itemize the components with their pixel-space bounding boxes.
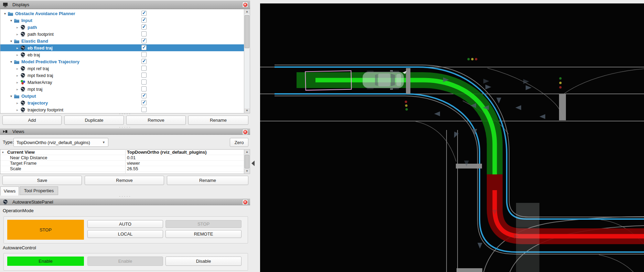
checkbox[interactable]	[141, 38, 147, 43]
render-view[interactable]	[260, 3, 644, 272]
tree-row[interactable]: Elastic Band	[0, 37, 244, 44]
tree-row[interactable]: mpt fixed traj	[0, 72, 244, 79]
splitter-handle[interactable]	[0, 126, 250, 128]
expander-icon[interactable]	[9, 94, 14, 98]
tree-row[interactable]: trajectory footprint	[0, 106, 244, 113]
property-row[interactable]: Near Clip Distance 0.01	[0, 155, 244, 161]
checkbox[interactable]	[141, 31, 147, 36]
expander-icon[interactable]: ▾	[2, 151, 4, 154]
tree-row[interactable]: mpt traj	[0, 86, 244, 93]
folder-icon	[14, 39, 20, 44]
expander-icon[interactable]	[15, 74, 20, 77]
rename-display-button[interactable]: Rename	[188, 116, 248, 125]
expander-icon[interactable]	[15, 108, 20, 112]
tree-row[interactable]: MarkerArray	[0, 79, 244, 86]
checkbox[interactable]	[141, 45, 147, 50]
add-display-button[interactable]: Add	[2, 116, 62, 125]
ego-vehicle	[363, 70, 407, 90]
tree-row[interactable]: Output	[0, 93, 244, 99]
scroll-down-icon[interactable]: ▼	[244, 169, 250, 174]
tab-views[interactable]: Views	[0, 186, 19, 196]
expander-icon[interactable]	[15, 101, 20, 105]
view-type-value: TopDownOrtho (rviz_default_plugins)	[17, 140, 90, 145]
disable-button[interactable]: Disable	[165, 257, 242, 266]
checkbox[interactable]	[141, 66, 147, 71]
panel-collapse-arrow-icon[interactable]	[251, 161, 255, 166]
checkbox[interactable]	[141, 59, 147, 64]
property-row[interactable]: ▾ Current View TopDownOrtho (rviz_defaul…	[0, 150, 244, 155]
local-button[interactable]: LOCAL	[87, 230, 163, 238]
scroll-up-icon[interactable]: ▲	[244, 9, 250, 14]
checkbox[interactable]	[141, 18, 147, 23]
checkbox[interactable]	[141, 24, 147, 30]
tab-tool-properties[interactable]: Tool Properties	[20, 186, 58, 195]
checkbox[interactable]	[141, 79, 147, 85]
remove-display-button[interactable]: Remove	[126, 116, 186, 125]
splitter-handle[interactable]	[0, 195, 250, 197]
folder-icon	[14, 59, 20, 64]
scrollbar-thumb[interactable]	[245, 155, 249, 168]
state-panel-titlebar[interactable]: AutowareStatePanel ✕	[0, 198, 250, 205]
expander-icon[interactable]	[15, 80, 20, 84]
property-row[interactable]: Scale 26.55	[0, 166, 244, 172]
expander-icon[interactable]	[15, 53, 20, 57]
property-value[interactable]: viewer	[127, 161, 140, 166]
tree-row[interactable]: Obstacle Avoidance Planner	[0, 10, 244, 17]
checkbox[interactable]	[141, 93, 147, 98]
tree-row-label: Output	[21, 94, 36, 99]
tree-row[interactable]: trajectory	[0, 99, 244, 106]
remove-view-button[interactable]: Remove	[85, 176, 164, 185]
duplicate-display-button[interactable]: Duplicate	[64, 116, 124, 125]
save-view-button[interactable]: Save	[2, 176, 82, 185]
view-type-combobox[interactable]: TopDownOrtho (rviz_default_plugins) ▼	[13, 138, 108, 147]
views-close-button[interactable]: ✕	[242, 129, 248, 135]
checkbox[interactable]	[141, 100, 147, 105]
views-panel-title: Views	[12, 129, 24, 134]
views-panel-titlebar[interactable]: Views ✕	[0, 128, 250, 135]
rename-view-button[interactable]: Rename	[167, 176, 248, 185]
expander-icon[interactable]	[15, 32, 20, 36]
checkbox[interactable]	[141, 86, 147, 91]
autoware-icon	[2, 199, 8, 205]
tree-row-label: Model Predictive Trajectory	[21, 59, 79, 64]
views-scrollbar[interactable]: ▲ ▼	[244, 149, 250, 174]
tree-row[interactable]: Model Predictive Trajectory	[0, 58, 244, 65]
checkbox[interactable]	[141, 52, 147, 57]
tree-row[interactable]: path	[0, 24, 244, 31]
expander-icon[interactable]	[15, 87, 20, 91]
property-row[interactable]: Target Frame viewer	[0, 161, 244, 166]
expander-icon[interactable]	[9, 39, 14, 43]
scroll-up-icon[interactable]: ▲	[244, 150, 250, 154]
tree-row-label: trajectory	[28, 100, 48, 106]
tree-row-selected[interactable]: eb fixed traj	[0, 44, 244, 51]
enable-button: Enable	[87, 257, 163, 266]
displays-close-button[interactable]: ✕	[242, 2, 248, 8]
expander-icon[interactable]	[9, 60, 14, 64]
property-name: Current View	[0, 150, 35, 155]
expander-icon[interactable]	[15, 67, 20, 70]
expander-icon[interactable]	[15, 25, 20, 29]
state-close-button[interactable]: ✕	[242, 199, 248, 205]
splitter-handle[interactable]	[0, 112, 250, 115]
scrollbar-thumb[interactable]	[245, 15, 249, 48]
tree-row[interactable]: mpt ref traj	[0, 65, 244, 72]
expander-icon[interactable]	[15, 46, 20, 50]
autoware-icon	[20, 73, 26, 78]
displays-scrollbar[interactable]: ▲ ▼	[244, 9, 250, 113]
checkbox[interactable]	[141, 11, 147, 16]
auto-button[interactable]: AUTO	[87, 220, 163, 228]
property-value[interactable]: 26.55	[127, 166, 138, 171]
tree-row[interactable]: Input	[0, 17, 244, 24]
tree-row[interactable]: path footprint	[0, 31, 244, 37]
displays-panel-titlebar[interactable]: Displays ✕	[0, 0, 250, 9]
property-value[interactable]: 0.01	[127, 155, 136, 160]
expander-icon[interactable]	[9, 19, 14, 22]
checkbox[interactable]	[141, 73, 147, 78]
tree-row[interactable]: eb traj	[0, 51, 244, 58]
checkbox[interactable]	[141, 107, 147, 112]
displays-tree: Obstacle Avoidance Planner Input path pa…	[0, 9, 244, 113]
remote-button[interactable]: REMOTE	[165, 230, 242, 238]
tree-row-label: Input	[21, 18, 32, 23]
zero-button[interactable]: Zero	[230, 138, 248, 147]
expander-icon[interactable]	[2, 12, 8, 15]
